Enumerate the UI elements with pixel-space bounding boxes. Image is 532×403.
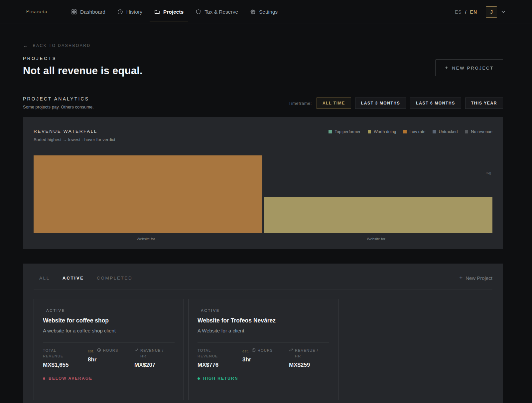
timeframe-button-this-year[interactable]: THIS YEAR xyxy=(465,98,503,109)
nav-item-dashboard[interactable]: Dashboard xyxy=(71,9,105,15)
rate-label: REVENUE / HR xyxy=(140,348,171,359)
new-project-button[interactable]: + NEW PROJECT xyxy=(436,60,503,76)
nav-item-label: Dashboard xyxy=(80,9,105,15)
stat-hours: est. HOURS 8hr xyxy=(88,348,134,368)
tab-all[interactable]: ALL xyxy=(39,276,50,281)
project-card[interactable]: ACTIVE Website for Trofeos Nevárez A Web… xyxy=(188,299,338,400)
nav-item-label: Tax & Reserve xyxy=(204,9,238,15)
back-link-label: BACK TO DASHBOARD xyxy=(33,43,91,48)
legend-label: Top performer xyxy=(334,129,360,134)
projects-tabs: ALLACTIVECOMPLETED + New Project xyxy=(34,264,492,290)
legend-label: No revenue xyxy=(471,129,492,134)
analytics-subtitle: Some projects pay. Others consume. xyxy=(23,104,94,109)
page-title: Not all revenue is equal. xyxy=(23,65,143,77)
total-revenue-label: TOTAL REVENUE xyxy=(43,348,73,359)
project-cards: ACTIVE Website for coffee shop A website… xyxy=(34,299,492,400)
project-title: Website for Trofeos Nevárez xyxy=(198,317,329,324)
clock-icon xyxy=(97,348,101,352)
card-status: ACTIVE xyxy=(198,308,329,312)
hours-value: 8hr xyxy=(88,356,134,363)
lang-separator: / xyxy=(465,9,467,15)
hours-label: HOURS xyxy=(258,348,273,353)
avg-line-label: avg xyxy=(486,171,491,175)
gear-icon xyxy=(250,9,256,15)
estimate-tag: est. xyxy=(242,348,249,354)
nav-item-label: Settings xyxy=(259,9,278,15)
verdict-label: HIGH RETURN xyxy=(203,376,238,381)
card-status: ACTIVE xyxy=(43,308,175,312)
analytics-title: PROJECT ANALYTICS xyxy=(23,96,94,101)
nav-item-tax-reserve[interactable]: Tax & Reserve xyxy=(196,9,238,15)
project-card[interactable]: ACTIVE Website for coffee shop A website… xyxy=(34,299,184,400)
page-eyebrow: PROJECTS xyxy=(23,56,143,61)
stat-hours: est. HOURS 3hr xyxy=(242,348,289,368)
stat-revenue-per-hr: REVENUE / HR MX$259 xyxy=(289,348,329,368)
nav-item-projects[interactable]: Projects xyxy=(154,9,184,15)
project-description: A website for a coffee shop client xyxy=(43,328,175,333)
new-project-link-label: New Project xyxy=(466,275,492,281)
waterfall-bar[interactable] xyxy=(264,197,493,233)
back-to-dashboard-link[interactable]: ← BACK TO DASHBOARD xyxy=(23,43,91,48)
stat-total-revenue: TOTAL REVENUE MX$776 xyxy=(198,348,242,368)
hours-label: HOURS xyxy=(103,348,118,353)
card-divider xyxy=(43,342,175,343)
timeframe-button-last-3-months[interactable]: LAST 3 MONTHS xyxy=(355,98,406,109)
waterfall-plot: avg xyxy=(34,155,492,233)
legend-label: Untracked xyxy=(439,129,458,134)
timeframe-buttons: ALL TIMELAST 3 MONTHSLAST 6 MONTHSTHIS Y… xyxy=(317,98,503,109)
legend-swatch xyxy=(465,130,468,133)
waterfall-bar[interactable] xyxy=(34,155,262,233)
legend-item: Top performer xyxy=(329,129,360,134)
plus-icon: + xyxy=(445,65,448,71)
top-nav: Financia Dashboard History xyxy=(0,0,532,24)
timeframe-label: Timeframe: xyxy=(289,101,312,106)
new-project-button-label: NEW PROJECT xyxy=(452,66,494,71)
grid-icon xyxy=(71,9,77,15)
waterfall-bar-label: Website for ... xyxy=(34,237,262,241)
chevron-down-icon[interactable] xyxy=(501,10,505,14)
language-toggle: ES / EN xyxy=(455,9,477,15)
revenue-waterfall-panel: REVENUE WATERFALL Sorted highest → lowes… xyxy=(23,117,503,249)
nav-item-settings[interactable]: Settings xyxy=(250,9,278,15)
rate-value: MX$259 xyxy=(289,362,329,368)
rate-label: REVENUE / HR xyxy=(295,348,326,359)
folder-icon xyxy=(154,9,160,15)
avg-line: avg xyxy=(34,176,492,176)
waterfall-bar-label: Website for ... xyxy=(264,237,493,241)
nav-item-label: Projects xyxy=(163,9,184,15)
total-revenue-label: TOTAL REVENUE xyxy=(198,348,228,359)
shield-icon xyxy=(196,9,201,15)
legend-item: No revenue xyxy=(465,129,492,134)
new-project-link[interactable]: + New Project xyxy=(459,275,492,281)
app-logo: Financia xyxy=(26,9,53,14)
legend-item: Untracked xyxy=(433,129,458,134)
timeframe-button-all-time[interactable]: ALL TIME xyxy=(317,98,351,109)
tab-completed[interactable]: COMPLETED xyxy=(97,276,132,281)
projects-list-panel: ALLACTIVECOMPLETED + New Project ACTIVE … xyxy=(23,264,503,403)
plus-icon: + xyxy=(459,275,463,281)
legend-label: Low rate xyxy=(409,129,425,134)
user-avatar[interactable]: J xyxy=(486,6,497,18)
project-description: A Website for a client xyxy=(198,328,329,333)
trend-up-icon xyxy=(289,348,293,352)
timeframe-button-last-6-months[interactable]: LAST 6 MONTHS xyxy=(410,98,461,109)
chart-subtitle: Sorted highest → lowest · hover for verd… xyxy=(34,137,115,142)
lang-en[interactable]: EN xyxy=(470,9,477,15)
project-stats: TOTAL REVENUE MX$1,655 est. HOURS xyxy=(43,348,175,368)
waterfall-labels: Website for ...Website for ... xyxy=(34,237,492,242)
project-stats: TOTAL REVENUE MX$776 est. HOURS xyxy=(198,348,329,368)
legend-item: Low rate xyxy=(403,129,425,134)
legend-swatch xyxy=(433,130,436,133)
nav-item-history[interactable]: History xyxy=(117,9,142,15)
page-header: PROJECTS Not all revenue is equal. + NEW… xyxy=(23,49,503,77)
tab-active[interactable]: ACTIVE xyxy=(63,276,84,281)
status-label: ACTIVE xyxy=(201,308,220,312)
lang-es[interactable]: ES xyxy=(455,9,462,15)
arrow-left-icon: ← xyxy=(23,43,29,48)
project-verdict: BELOW AVERAGE xyxy=(43,376,175,381)
legend-swatch xyxy=(403,130,407,133)
nav-items: Dashboard History Projects xyxy=(71,9,278,15)
rate-value: MX$207 xyxy=(134,362,175,368)
page-content: ← BACK TO DASHBOARD PROJECTS Not all rev… xyxy=(0,24,532,403)
legend-swatch xyxy=(329,130,332,133)
